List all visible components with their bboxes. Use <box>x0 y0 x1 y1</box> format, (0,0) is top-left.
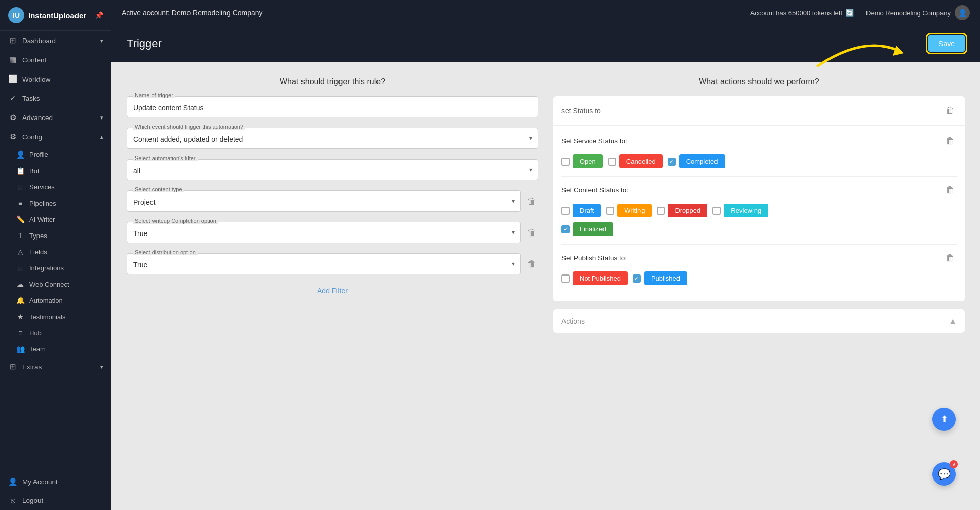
tokens-text: Account has 650000 tokens left <box>750 9 842 17</box>
right-column: What actions should we perform? set Stat… <box>553 77 965 495</box>
refresh-icon[interactable]: 🔄 <box>845 9 854 17</box>
save-button[interactable]: Save <box>928 35 965 52</box>
reviewing-checkbox[interactable] <box>712 207 721 215</box>
delete-publish-status-button[interactable]: 🗑 <box>944 251 957 265</box>
event-group: Which event should trigger this automati… <box>127 128 538 149</box>
sidebar-item-bot[interactable]: 📋 Bot <box>0 163 111 179</box>
content-type-group: Select content type Project ▾ 🗑 <box>127 190 538 212</box>
distribution-group: Select distribution option True ▾ 🗑 <box>127 253 538 274</box>
sidebar-item-web-connect[interactable]: ☁ Web Connect <box>0 276 111 292</box>
user-avatar[interactable]: 👤 <box>955 5 970 20</box>
chat-button[interactable]: 💬 9 <box>932 462 956 486</box>
sidebar-label-config: Config <box>22 133 42 141</box>
content-icon: ▦ <box>8 55 17 64</box>
tasks-icon: ✓ <box>8 94 17 103</box>
delete-service-status-button[interactable]: 🗑 <box>944 134 957 148</box>
finalized-checkbox[interactable] <box>561 225 570 233</box>
sidebar-item-pipelines[interactable]: ≡ Pipelines <box>0 195 111 211</box>
filter-select[interactable]: all <box>127 159 538 180</box>
sidebar-item-team[interactable]: 👥 Team <box>0 341 111 357</box>
service-status-header: Set Service Status to: 🗑 <box>561 134 957 148</box>
sidebar-item-config[interactable]: ⚙ Config ▴ <box>0 127 111 146</box>
status-option-writing: Writing <box>606 204 652 217</box>
filter-label: Select automation's filter <box>133 155 198 161</box>
sidebar-item-my-account[interactable]: 👤 My Account <box>0 472 111 491</box>
delete-writeup-button[interactable]: 🗑 <box>525 225 538 240</box>
sidebar-item-logout[interactable]: ⎋ Logout <box>0 491 111 510</box>
set-status-card: set Status to 🗑 Set Service Status to: 🗑 <box>553 96 965 301</box>
publish-status-label: Set Publish Status to: <box>561 254 627 262</box>
sidebar-label-tasks: Tasks <box>22 95 40 102</box>
config-icon: ⚙ <box>8 132 17 141</box>
sidebar-logo[interactable]: IU InstantUploader 📌 <box>0 0 111 31</box>
sidebar-item-testimonials[interactable]: ★ Testimonials <box>0 308 111 325</box>
team-icon: 👥 <box>16 345 24 353</box>
pipelines-icon: ≡ <box>16 199 24 207</box>
sidebar-item-tasks[interactable]: ✓ Tasks <box>0 89 111 108</box>
sidebar-item-automation[interactable]: 🔔 Automation <box>0 292 111 308</box>
extras-icon: ⊞ <box>8 362 17 371</box>
distribution-select[interactable]: True <box>127 253 521 274</box>
sidebar-item-content[interactable]: ▦ Content <box>0 50 111 69</box>
set-status-body: Set Service Status to: 🗑 Open <box>553 126 965 301</box>
sidebar-item-advanced[interactable]: ⚙ Advanced ▾ <box>0 108 111 127</box>
set-status-header: set Status to 🗑 <box>553 96 965 126</box>
sidebar-item-ai-writer[interactable]: ✏️ AI Writer <box>0 211 111 227</box>
dropped-checkbox[interactable] <box>657 207 665 215</box>
not-published-badge: Not Published <box>573 271 628 285</box>
delete-set-status-button[interactable]: 🗑 <box>944 103 957 118</box>
sidebar: IU InstantUploader 📌 ⊞ Dashboard ▾ ▦ Con… <box>0 0 111 510</box>
chat-notification-badge: 9 <box>950 460 958 468</box>
collapse-icon[interactable]: ▲ <box>949 317 957 326</box>
writing-badge: Writing <box>617 204 652 217</box>
add-filter-button[interactable]: Add Filter <box>127 285 538 297</box>
sidebar-label-fields: Fields <box>29 248 47 256</box>
distribution-label: Select distribution option <box>133 249 198 255</box>
sidebar-item-extras[interactable]: ⊞ Extras ▾ <box>0 357 111 376</box>
writeup-label: Select writeup Completion option <box>133 218 218 224</box>
published-checkbox[interactable] <box>633 274 641 283</box>
actions-label: Actions <box>561 317 585 325</box>
writing-checkbox[interactable] <box>606 207 614 215</box>
bot-icon: 📋 <box>16 167 24 175</box>
scroll-up-button[interactable]: ⬆ <box>932 408 956 431</box>
delete-distribution-button[interactable]: 🗑 <box>525 257 538 271</box>
sidebar-item-workflow[interactable]: ⬜ Workflow <box>0 69 111 89</box>
content-status-label: Set Content Status to: <box>561 186 628 194</box>
company-name: Demo Remodeling Company 👤 <box>866 5 970 20</box>
cancelled-checkbox[interactable] <box>608 158 616 166</box>
sidebar-item-fields[interactable]: △ Fields <box>0 244 111 260</box>
sidebar-item-profile[interactable]: 👤 Profile <box>0 146 111 163</box>
set-status-title: set Status to <box>561 107 601 115</box>
event-label: Which event should trigger this automati… <box>133 124 245 130</box>
draft-badge: Draft <box>573 204 601 217</box>
content-type-select[interactable]: Project <box>127 190 521 212</box>
sidebar-item-services[interactable]: ▦ Services <box>0 179 111 195</box>
status-option-not-published: Not Published <box>561 271 628 285</box>
published-badge: Published <box>644 271 687 285</box>
chevron-up-icon: ▴ <box>100 134 103 140</box>
token-count: Account has 650000 tokens left 🔄 <box>750 9 854 17</box>
ai-writer-icon: ✏️ <box>16 215 24 223</box>
event-select[interactable]: Content added, updated or deleted <box>127 128 538 149</box>
content-status-section: Set Content Status to: 🗑 Draft <box>561 183 957 236</box>
draft-checkbox[interactable] <box>561 207 570 215</box>
logo-icon: IU <box>8 7 24 23</box>
sidebar-item-integrations[interactable]: ▦ Integrations <box>0 260 111 276</box>
open-checkbox[interactable] <box>561 158 570 166</box>
sidebar-label-extras: Extras <box>22 363 42 371</box>
sidebar-item-types[interactable]: T Types <box>0 227 111 244</box>
sidebar-label-pipelines: Pipelines <box>29 200 56 207</box>
sidebar-label-services: Services <box>29 183 55 191</box>
sidebar-label-hub: Hub <box>29 329 42 337</box>
trigger-name-input[interactable] <box>127 96 538 117</box>
not-published-checkbox[interactable] <box>561 274 570 283</box>
sidebar-item-dashboard[interactable]: ⊞ Dashboard ▾ <box>0 31 111 50</box>
delete-content-type-button[interactable]: 🗑 <box>525 194 538 209</box>
open-badge: Open <box>573 154 603 168</box>
writeup-select[interactable]: True <box>127 222 521 243</box>
sidebar-label-testimonials: Testimonials <box>29 313 66 321</box>
completed-checkbox[interactable] <box>668 158 676 166</box>
delete-content-status-button[interactable]: 🗑 <box>944 183 957 198</box>
sidebar-item-hub[interactable]: ≡ Hub <box>0 325 111 341</box>
